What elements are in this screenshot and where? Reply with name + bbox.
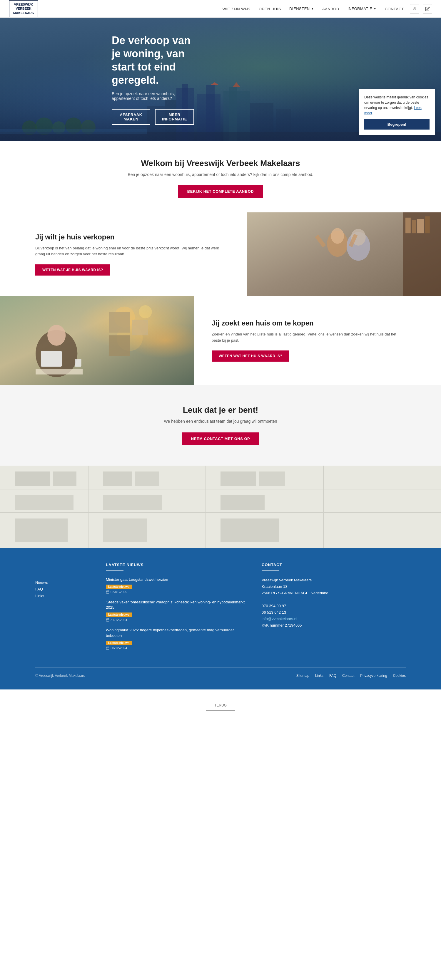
logo-text: VREESWIJK VERBEEK MAKELAARS: [12, 2, 35, 15]
svg-rect-56: [53, 471, 77, 486]
svg-rect-25: [417, 219, 423, 233]
navbar-icons: [410, 4, 432, 14]
svg-rect-46: [75, 359, 81, 367]
footer: Nieuws FAQ Links LAATSTE NIEUWS Minister…: [0, 548, 441, 689]
footer-link-faq[interactable]: FAQ: [35, 587, 94, 591]
svg-rect-61: [259, 471, 285, 486]
nav-diensten[interactable]: DIENSTEN ▼: [289, 6, 314, 11]
team-section: Leuk dat je er bent! We hebben een entho…: [0, 385, 441, 466]
navbar: VREESWIJK VERBEEK MAKELAARS WIE ZIJN WIJ…: [0, 0, 441, 18]
sell-section: Jij wilt je huis verkopen Bij verkoop is…: [0, 212, 441, 296]
footer-sitemap-link[interactable]: Sitemap: [296, 674, 309, 678]
footer-news-title-1: 'Steeds vaker 'onrealistische' vraagprij…: [106, 600, 250, 610]
footer-privacy-link[interactable]: Privacyverklaring: [360, 674, 387, 678]
footer-links-link[interactable]: Links: [315, 674, 323, 678]
contact-email[interactable]: info@vvmakelaars.nl: [262, 616, 406, 622]
svg-rect-35: [0, 296, 194, 385]
svg-rect-75: [106, 647, 109, 649]
svg-rect-66: [220, 519, 279, 542]
footer-contact-link-bottom[interactable]: Contact: [342, 674, 354, 678]
nav-aanbod[interactable]: AANBOD: [322, 6, 339, 11]
calendar-icon: [106, 590, 109, 594]
hero-subtitle: Ben je opzoek naar een woonhuis, apparte…: [112, 91, 194, 101]
logo[interactable]: VREESWIJK VERBEEK MAKELAARS: [9, 0, 38, 18]
buy-value-button[interactable]: WETEN WAT HET HUIS WAARD IS?: [212, 350, 289, 362]
contact-kvk: KvK nummer 27194665: [262, 622, 406, 628]
footer-news-title-2: Woningmarkt 2025: hogere hypotheekbedrag…: [106, 627, 250, 638]
sell-value-button[interactable]: WETEN WAT JE HUIS WAARD IS?: [35, 264, 110, 275]
footer-news-column: LAATSTE NIEUWS Minister gaat Leegstandsw…: [106, 563, 250, 656]
view-listings-button[interactable]: BEKIJK HET COMPLETE AANBOD: [178, 185, 263, 198]
team-title: Leuk dat je er bent!: [12, 406, 429, 415]
svg-rect-40: [109, 312, 129, 332]
footer-news-badge-2: Laatste nieuws: [106, 641, 132, 645]
svg-rect-41: [132, 320, 148, 335]
svg-rect-62: [220, 495, 265, 510]
footer-contact-info: Vreeswijk Verbeek Makelaars Kraaienlaan …: [262, 577, 406, 629]
nav-links: WIE ZIJN WIJ? OPEN HUIS DIENSTEN ▼ AANBO…: [222, 6, 404, 11]
svg-rect-24: [412, 220, 416, 233]
footer-faq-link[interactable]: FAQ: [329, 674, 336, 678]
nav-contact[interactable]: CONTACT: [385, 6, 404, 11]
sell-image: [247, 212, 441, 296]
svg-rect-45: [41, 351, 62, 366]
edit-icon-button[interactable]: [423, 4, 432, 14]
svg-rect-59: [135, 471, 159, 486]
buy-image: [0, 296, 194, 385]
footer-cookies-link[interactable]: Cookies: [393, 674, 406, 678]
couple-photo: [247, 212, 441, 296]
buy-text: Jij zoekt een huis om te kopen Zoeken en…: [194, 296, 441, 385]
footer-news-item-0: Minister gaat Leegstandswet herzien Laat…: [106, 577, 250, 594]
back-button-area: TERUG: [0, 689, 441, 721]
cookie-banner: Deze website maakt gebruik van cookies o…: [359, 89, 435, 135]
svg-rect-64: [15, 519, 68, 542]
hero-buttons: AFSPRAAK MAKEN MEER INFORMATIE: [112, 109, 194, 125]
svg-rect-58: [103, 471, 132, 486]
hero-title: De verkoop van je woning, van start tot …: [112, 34, 194, 87]
svg-rect-60: [220, 471, 256, 486]
nav-wie-zijn-wij[interactable]: WIE ZIJN WIJ?: [222, 6, 251, 11]
back-button[interactable]: TERUG: [206, 700, 235, 711]
footer-grid: Nieuws FAQ Links LAATSTE NIEUWS Minister…: [35, 563, 406, 656]
footer-news-date-2: 30-12-2024: [106, 646, 250, 650]
map-placeholder: [0, 466, 441, 548]
cookie-text: Deze website maakt gebruik van cookies o…: [364, 95, 430, 116]
contact-city: 2566 RG S-GRAVENHAGE, Nederland: [262, 590, 406, 597]
welcome-subtitle: Ben je opzoek naar een woonhuis, apparte…: [12, 172, 429, 177]
man-photo: [0, 296, 194, 385]
footer-link-links[interactable]: Links: [35, 594, 94, 598]
team-subtitle: We hebben een enthousiast team dat jou g…: [12, 419, 429, 423]
contact-email-link[interactable]: info@vvmakelaars.nl: [262, 617, 297, 621]
svg-rect-63: [103, 495, 162, 510]
informatie-chevron-icon: ▼: [373, 7, 376, 10]
footer-news-badge-1: Laatste nieuws: [106, 612, 132, 617]
footer-news-badge-0: Laatste nieuws: [106, 585, 132, 589]
svg-point-39: [139, 305, 152, 318]
svg-point-0: [414, 7, 415, 8]
user-icon-button[interactable]: [410, 4, 419, 14]
sell-description: Bij verkoop is het van belang dat je won…: [35, 245, 229, 258]
svg-rect-65: [103, 519, 147, 542]
footer-nieuws-divider: [106, 571, 123, 571]
sell-text: Jij wilt je huis verkopen Bij verkoop is…: [0, 212, 247, 296]
contact-company: Vreeswijk Verbeek Makelaars: [262, 577, 406, 584]
footer-contact-title: CONTACT: [262, 563, 406, 567]
contact-phone1: 070 394 90 97: [262, 603, 406, 609]
svg-rect-55: [15, 471, 50, 486]
nav-informatie[interactable]: INFORMATIE ▼: [348, 6, 377, 11]
cookie-accept-button[interactable]: Begrepen!: [364, 119, 430, 130]
buy-title: Jij zoekt een huis om te kopen: [212, 319, 406, 327]
footer-left-links: Nieuws FAQ Links: [35, 563, 94, 656]
svg-rect-47: [35, 369, 83, 374]
footer-nieuws-title: LAATSTE NIEUWS: [106, 563, 250, 567]
nav-open-huis[interactable]: OPEN HUIS: [259, 6, 281, 11]
contact-team-button[interactable]: NEEM CONTACT MET ONS OP: [182, 433, 259, 445]
footer-news-date-0: 02-01-2025: [106, 590, 250, 594]
footer-copyright: © Vreeswijk Verbeek Makelaars: [35, 674, 85, 678]
more-info-button[interactable]: MEER INFORMATIE: [155, 109, 194, 125]
appointment-button[interactable]: AFSPRAAK MAKEN: [112, 109, 150, 125]
buy-section: Jij zoekt een huis om te kopen Zoeken en…: [0, 296, 441, 385]
footer-news-item-2: Woningmarkt 2025: hogere hypotheekbedrag…: [106, 627, 250, 649]
footer-link-nieuws[interactable]: Nieuws: [35, 580, 94, 585]
footer-bottom-links: Sitemap Links FAQ Contact Privacyverklar…: [296, 674, 406, 678]
